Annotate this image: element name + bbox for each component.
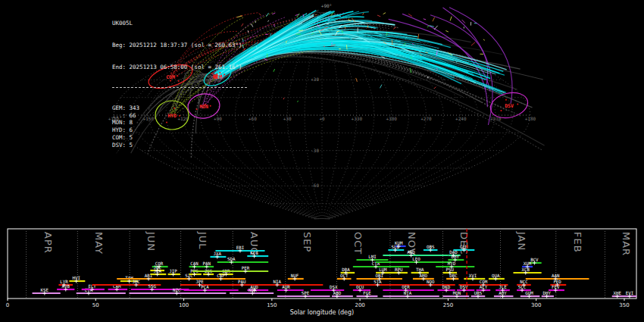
shower-code-label: DRA [342,267,350,272]
x-axis: 050100150200250300350Solar longitude (de… [6,299,630,316]
svg-text:+180: +180 [525,116,536,121]
shower-bar-fev: FEV [549,285,564,292]
sky-map: +180+150+120+90+60+30+0+330+300+270+240+… [0,0,644,227]
shower-bar-urs: URS [471,291,486,299]
shower-code-label: URS [474,291,483,295]
shower-count-line: ...: 66 [112,112,247,120]
shower-bar-dhy: DHY [542,291,554,299]
shower-code-label: CAP [217,274,225,278]
shower-code-label: AMO [420,274,428,278]
radiant-label-dsv: DSV [505,103,514,109]
shower-code-label: AND [407,250,415,255]
shower-code-label: NTA [404,291,412,295]
shower-bar-zcs: ZCS [203,269,214,277]
shower-code-label: JMC [133,280,141,284]
shower-code-label: HVI [72,276,80,280]
legend-separator [112,87,247,88]
shower-code-label: LUM [379,267,387,272]
month-label-jan: JAN [516,231,527,251]
shower-code-label: PSU [446,267,455,272]
shower-count-line: MON: 8 [112,119,247,127]
shower-code-label: NOO [427,280,435,284]
svg-text:200: 200 [355,302,364,308]
activity-timeline-chart: APRMAYJUNJULAUGSEPOCTNOVDECJANFEBMAR0501… [0,227,644,322]
month-label-may: MAY [93,232,105,255]
shower-code-label: NDA [249,288,257,292]
shower-bar-nda: NDA [230,288,274,295]
shower-code-label: GUM [525,291,533,295]
shower-code-label: AAN [552,274,560,278]
obs-end: End: 20251213 06:58:00 (sol = 261.16°) [112,64,247,71]
station-id: UK005L [112,20,247,27]
shower-code-label: AUR [282,285,290,289]
shower-bar-fge: FGE [356,291,377,299]
shower-bar-qua: QUA [489,274,505,281]
shower-bar-jip: JIP [168,269,180,277]
svg-text:0: 0 [6,302,9,308]
month-label-jul: JUL [197,231,208,250]
shower-code-label: COM [480,280,488,284]
shower-bar-obs: OBS [424,245,438,252]
shower-code-label: PER [242,266,250,270]
shower-bar-hvi: HVI [69,276,85,283]
shower-code-label: NCC [520,280,528,284]
shower-code-label: JXA [214,252,222,256]
shower-bar-gum: GUM [521,291,540,299]
shower-code-label: OBI [375,274,383,278]
shower-code-label: THA [416,267,424,272]
gem-trail-fan [214,11,507,95]
shower-code-label: SDA [227,257,236,261]
shower-bar-drc: DRC [446,274,458,281]
shower-code-label: MON [453,291,461,295]
shower-code-label: RPU [395,267,403,272]
shower-code-label: SSG [148,284,156,289]
shower-code-label: FED [553,280,561,284]
svg-text:+270: +270 [420,116,432,121]
month-label-mar: MAR [621,232,632,256]
shower-code-label: FEV [552,285,560,289]
shower-code-label: AVB [62,284,70,289]
shower-code-label: ERI [236,245,244,250]
svg-text:-30: -30 [311,148,319,153]
month-label-apr: APR [42,232,54,254]
shower-count-line: DSV: 5 [112,142,247,149]
svg-text:+30: +30 [283,116,292,121]
shower-bar-evi: EVI [624,291,636,299]
shower-code-label: CAN [190,261,199,266]
shower-code-label: DSX [330,285,338,289]
month-label-dec: DEC [458,232,470,255]
shower-code-label: PAN [203,261,211,266]
shower-code-label: AHY [499,291,507,295]
shower-bar-ahy: AHY [494,291,514,299]
shower-code-label: XHE [613,291,621,295]
shower-code-label: LMI [368,255,376,259]
shower-code-label: NUF [291,274,299,278]
shower-bars: KSELYRAVBHVIETAELYCAMTAHARIJMCSSGCORJBCJ… [33,241,637,299]
shower-code-label: JEA [153,269,161,274]
svg-text:+90°: +90° [321,3,332,8]
svg-text:350: 350 [619,302,629,308]
shower-count-line: COM: 5 [112,134,247,142]
shower-code-label: DHY [542,291,551,295]
shower-bar-nuf: NUF [288,274,304,281]
shower-code-label: STA [374,280,382,284]
shower-code-label: LEO [412,257,420,261]
shower-bar-dra: DRA [341,267,355,275]
shower-bar-mon: MON [442,291,469,299]
shower-bar-jxa: JXA [210,252,226,259]
svg-text:+0: +0 [319,116,325,121]
shower-code-label: OBS [427,245,435,249]
shower-code-label: OCT [340,274,349,278]
shower-code-label: EHY [451,255,459,259]
svg-text:300: 300 [531,302,541,308]
shower-bar-pau: PAU [230,280,252,287]
shower-code-label: DRC [449,274,458,278]
shower-code-label: XCB [522,267,530,272]
shower-bar-rpu: RPU [392,267,408,275]
shower-code-label: HYD [448,261,456,266]
svg-text:50: 50 [92,302,99,308]
svg-text:+330: +330 [352,116,363,121]
shower-code-label: BCV [530,258,539,262]
shower-bar-lum: LUM [376,267,392,275]
shower-count-list: GEM: 343...: 66MON: 8HYD: 6COM: 5DSV: 5 [112,105,247,149]
